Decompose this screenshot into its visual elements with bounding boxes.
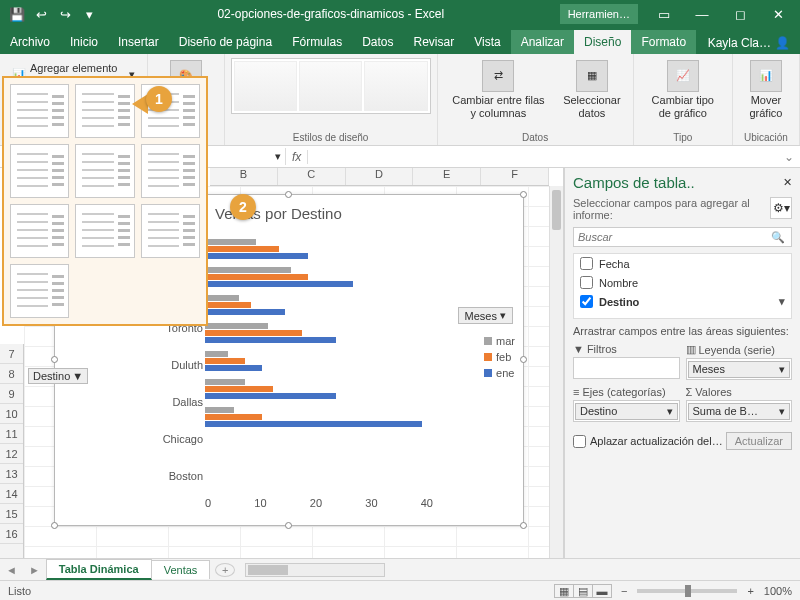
col-header[interactable]: F bbox=[481, 168, 549, 185]
layout-option-10[interactable] bbox=[10, 264, 69, 318]
col-header[interactable]: C bbox=[278, 168, 346, 185]
layout-option-4[interactable] bbox=[10, 144, 69, 198]
resize-handle[interactable] bbox=[520, 356, 527, 363]
name-box[interactable]: ▾ bbox=[210, 148, 286, 165]
resize-handle[interactable] bbox=[51, 356, 58, 363]
resize-handle[interactable] bbox=[520, 522, 527, 529]
zoom-slider[interactable] bbox=[637, 589, 737, 593]
undo-icon[interactable]: ↩ bbox=[32, 7, 50, 22]
area-axis[interactable]: ≡Ejes (categorías) Destino▾ bbox=[573, 386, 680, 422]
chart-style-3[interactable] bbox=[364, 61, 427, 111]
tab-formato[interactable]: Formato bbox=[631, 30, 696, 54]
row-header[interactable]: 11 bbox=[0, 424, 23, 444]
row-header[interactable]: 14 bbox=[0, 484, 23, 504]
tab-analizar[interactable]: Analizar bbox=[511, 30, 574, 54]
sheet-nav-next[interactable]: ► bbox=[23, 564, 46, 576]
tab-formulas[interactable]: Fórmulas bbox=[282, 30, 352, 54]
layout-option-7[interactable] bbox=[10, 204, 69, 258]
formula-input[interactable] bbox=[308, 155, 778, 159]
scrollbar-thumb[interactable] bbox=[248, 565, 288, 575]
col-header[interactable]: B bbox=[210, 168, 278, 185]
row-header[interactable]: 15 bbox=[0, 504, 23, 524]
minimize-icon[interactable]: — bbox=[684, 7, 720, 22]
tab-vista[interactable]: Vista bbox=[464, 30, 510, 54]
save-icon[interactable]: 💾 bbox=[8, 7, 26, 22]
row-header[interactable]: 8 bbox=[0, 364, 23, 384]
search-icon[interactable]: 🔍 bbox=[765, 231, 791, 244]
row-header[interactable]: 10 bbox=[0, 404, 23, 424]
fx-icon[interactable]: fx bbox=[286, 150, 308, 164]
chip-destino[interactable]: Destino▾ bbox=[575, 403, 678, 420]
row-header[interactable]: 9 bbox=[0, 384, 23, 404]
maximize-icon[interactable]: ◻ bbox=[722, 7, 758, 22]
field-destino[interactable]: Destino▾ bbox=[574, 292, 791, 311]
area-legend[interactable]: ▥Leyenda (serie) Meses▾ bbox=[686, 343, 793, 380]
tab-diseno[interactable]: Diseño bbox=[574, 30, 631, 54]
sheet-tab-tabla-dinamica[interactable]: Tabla Dinámica bbox=[46, 559, 152, 580]
row-header[interactable]: 12 bbox=[0, 444, 23, 464]
zoom-out-icon[interactable]: − bbox=[621, 585, 627, 597]
layout-option-8[interactable] bbox=[75, 204, 134, 258]
sheet-tab-ventas[interactable]: Ventas bbox=[151, 560, 211, 579]
layout-option-6[interactable] bbox=[141, 144, 200, 198]
defer-update-checkbox[interactable]: Aplazar actualización del… bbox=[573, 435, 723, 448]
tab-archivo[interactable]: Archivo bbox=[0, 30, 60, 54]
change-chart-type-button[interactable]: 📈Cambiar tipo de gráfico bbox=[640, 58, 726, 122]
page-break-view-icon[interactable]: ▬ bbox=[592, 584, 612, 598]
update-button[interactable]: Actualizar bbox=[726, 432, 792, 450]
filter-icon[interactable]: ▾ bbox=[779, 295, 785, 308]
field-list[interactable]: Fecha Nombre Destino▾ bbox=[573, 253, 792, 319]
zoom-thumb[interactable] bbox=[685, 585, 691, 597]
col-header[interactable]: D bbox=[346, 168, 414, 185]
row-header[interactable]: 13 bbox=[0, 464, 23, 484]
layout-option-9[interactable] bbox=[141, 204, 200, 258]
switch-row-column-button[interactable]: ⇄Cambiar entre filas y columnas bbox=[444, 58, 554, 122]
chart-style-1[interactable] bbox=[234, 61, 297, 111]
chip-meses[interactable]: Meses▾ bbox=[688, 361, 791, 378]
pane-options-button[interactable]: ⚙▾ bbox=[770, 197, 792, 219]
layout-option-5[interactable] bbox=[75, 144, 134, 198]
zoom-level[interactable]: 100% bbox=[764, 585, 792, 597]
chart-style-2[interactable] bbox=[299, 61, 362, 111]
area-filters[interactable]: ▼Filtros bbox=[573, 343, 680, 380]
tab-inicio[interactable]: Inicio bbox=[60, 30, 108, 54]
row-header[interactable]: 7 bbox=[0, 344, 23, 364]
row-header[interactable]: 16 bbox=[0, 524, 23, 544]
layout-option-2[interactable] bbox=[75, 84, 134, 138]
resize-handle[interactable] bbox=[520, 191, 527, 198]
close-icon[interactable]: ✕ bbox=[760, 7, 796, 22]
user-account[interactable]: Kayla Cla…👤 bbox=[698, 32, 800, 54]
col-header[interactable]: E bbox=[413, 168, 481, 185]
page-layout-view-icon[interactable]: ▤ bbox=[573, 584, 593, 598]
field-search[interactable]: 🔍 bbox=[573, 227, 792, 247]
resize-handle[interactable] bbox=[285, 191, 292, 198]
formula-expand-icon[interactable]: ⌄ bbox=[778, 150, 800, 164]
pivot-filter-destino[interactable]: Destino▼ bbox=[28, 368, 88, 384]
zoom-in-icon[interactable]: + bbox=[747, 585, 753, 597]
tab-diseno-pagina[interactable]: Diseño de página bbox=[169, 30, 282, 54]
select-data-button[interactable]: ▦Seleccionar datos bbox=[557, 58, 626, 122]
field-fecha[interactable]: Fecha bbox=[574, 254, 791, 273]
normal-view-icon[interactable]: ▦ bbox=[554, 584, 574, 598]
tab-insertar[interactable]: Insertar bbox=[108, 30, 169, 54]
layout-option-1[interactable] bbox=[10, 84, 69, 138]
chevron-down-icon[interactable]: ▾ bbox=[275, 150, 281, 163]
resize-handle[interactable] bbox=[285, 522, 292, 529]
search-input[interactable] bbox=[574, 228, 765, 246]
area-values[interactable]: ΣValores Suma de B…▾ bbox=[686, 386, 793, 422]
sheet-nav-prev[interactable]: ◄ bbox=[0, 564, 23, 576]
vertical-scrollbar[interactable] bbox=[549, 186, 563, 558]
resize-handle[interactable] bbox=[51, 522, 58, 529]
chip-suma[interactable]: Suma de B…▾ bbox=[688, 403, 791, 420]
tab-datos[interactable]: Datos bbox=[352, 30, 403, 54]
field-nombre[interactable]: Nombre bbox=[574, 273, 791, 292]
ribbon-options-icon[interactable]: ▭ bbox=[646, 7, 682, 22]
horizontal-scrollbar[interactable] bbox=[245, 563, 385, 577]
pane-close-icon[interactable]: ✕ bbox=[783, 176, 792, 189]
redo-icon[interactable]: ↪ bbox=[56, 7, 74, 22]
scrollbar-thumb[interactable] bbox=[552, 190, 561, 230]
qat-dropdown-icon[interactable]: ▾ bbox=[80, 7, 98, 22]
add-sheet-button[interactable]: + bbox=[215, 563, 235, 577]
tab-revisar[interactable]: Revisar bbox=[404, 30, 465, 54]
pivot-filter-meses[interactable]: Meses▾ bbox=[458, 307, 513, 324]
